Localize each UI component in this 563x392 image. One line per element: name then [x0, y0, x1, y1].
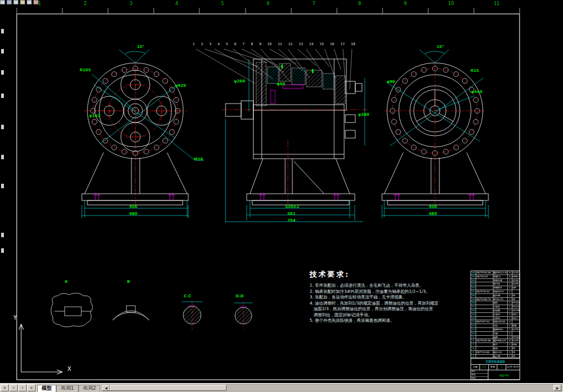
bom-cell-num: 24: [471, 279, 476, 282]
bom-cell-code: GB/T93-87: [476, 275, 493, 278]
bom-cell-name: 套筒: [493, 347, 508, 350]
rear-stand: [382, 153, 488, 205]
section-view: [196, 49, 368, 223]
scrollbar-thumb[interactable]: [110, 385, 227, 391]
bom-cell-qty: 8: [508, 339, 512, 342]
bom-cell-num: 7: [471, 343, 476, 346]
front-stand: [82, 153, 188, 205]
scale-value: 1:2: [480, 365, 489, 370]
scrollbar-track[interactable]: [227, 385, 554, 391]
bom-cell-mat: 45: [512, 355, 520, 358]
bom-cell-code: GB/T276-94: [476, 290, 493, 293]
bom-cell-qty: 2: [508, 320, 512, 324]
bom-cell-qty: 6: [508, 271, 512, 275]
bom-cell-mat: 35: [512, 351, 520, 354]
bom-cell-code: [476, 313, 493, 316]
front-centerlines: [84, 60, 187, 208]
bom-cell-num: 26: [471, 271, 476, 275]
bom-cell-code: [476, 294, 493, 297]
bom-cell-mat: HT150: [512, 336, 520, 339]
tech-requirements-line: 1. 零件装配前，必须进行清洗，去毛刺飞边，不得带入杂质。: [310, 283, 493, 289]
tech-requirements-line: 调整到位，固定好标记须手动。: [310, 312, 493, 318]
bom-cell-name: 行星架: [493, 305, 508, 308]
layout-tab-bar: « ‹ › » 模型布局1布局2 ◀ ▶: [0, 383, 563, 392]
bom-cell-num: 5: [471, 351, 476, 354]
bom-row: 21 GB/T276-94 轴承6210 2: [471, 290, 520, 294]
bom-row: 10 油标 1: [471, 332, 520, 336]
front-view: [82, 50, 204, 218]
drawing-canvas[interactable]: 1234567891011 12345678910111213141516171…: [0, 0, 563, 383]
bom-cell-code: GB/T5783-86: [476, 271, 493, 275]
layout-tab[interactable]: 布局1: [56, 385, 79, 392]
toolbar-icon-6[interactable]: [33, 0, 38, 4]
bom-cell-num: 25: [471, 275, 476, 278]
qty-label: 数量: [489, 365, 498, 370]
bom-cell-mat: 42CrMo: [512, 309, 520, 312]
bom-cell-name: 轴承30208: [493, 320, 508, 324]
bom-cell-qty: 2: [508, 343, 512, 346]
toolbar-icon-1[interactable]: [0, 0, 5, 4]
bom-cell-name: 通气器: [493, 282, 508, 286]
bom-cell-name: 输入轴: [493, 355, 508, 358]
bom-cell-num: 16: [471, 309, 476, 312]
bom-cell-qty: 1: [508, 282, 512, 286]
tab-nav-last-button[interactable]: »: [27, 384, 36, 391]
bom-row: 26 GB/T5783-86 螺栓M12×40 6 Q235: [471, 271, 520, 275]
bom-cell-code: [476, 332, 493, 335]
bom-cell-num: 22: [471, 286, 476, 290]
toolbar-fragment: [0, 0, 38, 5]
bom-cell-name: 螺栓M8×25: [493, 339, 508, 342]
bom-cell-code: [476, 324, 493, 327]
bom-cell-name: 油封: [493, 324, 508, 327]
bom-cell-code: [476, 317, 493, 320]
tab-nav-next-button[interactable]: ›: [18, 384, 27, 391]
tech-requirements: 技术要求: 1. 零件装配前，必须进行清洗，去毛刺飞边，不得带入杂质。2. 轴承…: [310, 270, 493, 324]
bom-cell-mat: 45: [512, 298, 520, 301]
bom-cell-name: 螺塞M16: [493, 328, 508, 331]
bom-cell-qty: 2: [508, 286, 512, 290]
bom-cell-code: [476, 301, 493, 305]
bom-cell-code: GB/T119-86: [476, 351, 493, 354]
bom-cell-code: [476, 343, 493, 346]
bom-cell-mat: [512, 290, 520, 293]
toolbar-icon-4[interactable]: [20, 0, 25, 4]
bom-cell-mat: ZG310: [512, 305, 520, 308]
bom-cell-qty: 1: [508, 355, 512, 358]
bom-cell-mat: Q235: [512, 328, 520, 331]
bom-cell-mat: Q235: [512, 279, 520, 282]
bom-cell-code: [476, 309, 493, 312]
bom-body: 26 GB/T5783-86 螺栓M12×40 6 Q235 25 GB/T93…: [471, 271, 520, 370]
rear-view: [382, 50, 488, 218]
scroll-right-button[interactable]: ▶: [554, 385, 561, 391]
ucs-x-label: X: [67, 366, 71, 372]
scale-label: 比例: [471, 365, 480, 370]
tab-nav-first-button[interactable]: «: [1, 384, 9, 391]
scroll-left-button[interactable]: ◀: [102, 385, 110, 391]
toolbar-icon-5[interactable]: [27, 0, 32, 4]
layout-tab[interactable]: 布局2: [79, 385, 101, 392]
bom-cell-code: [476, 282, 493, 286]
bom-cell-code: [476, 328, 493, 331]
bom-cell-code: GB/T1096-79: [476, 298, 493, 301]
bom-cell-qty: 1: [508, 347, 512, 350]
bom-row: 13 GB/T297-94 轴承30208 2: [471, 320, 520, 324]
bom-row: 11 螺塞M16 1 Q235: [471, 328, 520, 332]
bom-cell-code: GB/T297-94: [476, 320, 493, 324]
horizontal-scrollbar[interactable]: ◀ ▶: [101, 384, 562, 391]
bom-cell-num: 17: [471, 305, 476, 308]
bom-row: 24 窥视孔盖 1 Q235: [471, 279, 520, 283]
bom-cell-mat: 65Mn: [512, 275, 520, 278]
bom-row: 19 GB/T1096-79 键16×70 1 45: [471, 298, 520, 302]
bom-cell-name: 调整垫片: [493, 286, 508, 290]
tech-requirements-line: 4. 油位调整时，先加到1/3的规定油面，调整油位的位置，再加到规定: [310, 301, 493, 307]
toolbar-icon-3[interactable]: [13, 0, 18, 4]
tech-requirements-line: 2. 轴承装配时加注3#钙基润滑脂，注油量为轴承腔的1/2~1/3。: [310, 289, 493, 295]
bom-cell-qty: 2: [508, 351, 512, 354]
bom-row: 20 输出轴 1 45: [471, 294, 520, 298]
layout-tab[interactable]: 模型: [37, 385, 56, 392]
bom-cell-code: [476, 347, 493, 350]
bom-row: 17 行星架 1 ZG310: [471, 305, 520, 309]
toolbar-icon-2[interactable]: [7, 0, 12, 4]
bom-cell-num: 8: [471, 339, 476, 342]
tab-nav-prev-button[interactable]: ‹: [9, 384, 18, 391]
